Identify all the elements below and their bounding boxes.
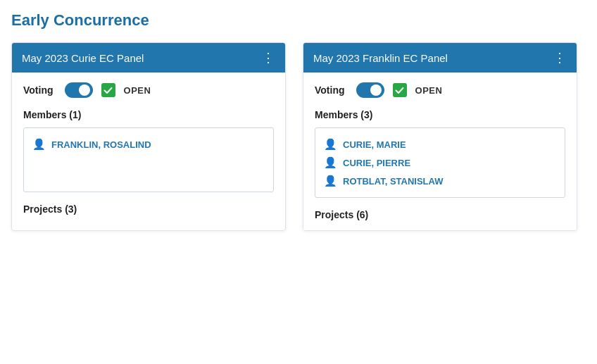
members-title-franklin: Members (3) bbox=[315, 109, 565, 120]
member-name: ROTBLAT, STANISLAW bbox=[343, 176, 444, 187]
panel-menu-icon-curie[interactable]: ⋮ bbox=[262, 51, 275, 64]
panel-body-curie: VotingOPENMembers (1)👤FRANKLIN, ROSALIND… bbox=[12, 73, 285, 225]
members-list-wrapper-curie: 👤FRANKLIN, ROSALIND bbox=[23, 127, 274, 192]
voting-label-franklin: Voting bbox=[315, 84, 345, 96]
open-label-curie: OPEN bbox=[124, 85, 151, 96]
panel-franklin: May 2023 Franklin EC Panel⋮VotingOPENMem… bbox=[303, 42, 577, 231]
members-title-curie: Members (1) bbox=[23, 109, 274, 120]
open-checkbox-franklin[interactable] bbox=[393, 83, 407, 97]
voting-toggle-franklin[interactable] bbox=[356, 82, 384, 98]
voting-toggle-curie[interactable] bbox=[65, 82, 93, 98]
list-item[interactable]: 👤CURIE, PIERRE bbox=[324, 153, 556, 172]
list-item[interactable]: 👤CURIE, MARIE bbox=[324, 135, 556, 153]
panel-curie: May 2023 Curie EC Panel⋮VotingOPENMember… bbox=[11, 42, 286, 231]
projects-label-curie: Projects (3) bbox=[23, 203, 274, 215]
voting-row-curie: VotingOPEN bbox=[23, 82, 274, 98]
person-icon: 👤 bbox=[324, 175, 337, 187]
panel-header-franklin: May 2023 Franklin EC Panel⋮ bbox=[303, 43, 577, 73]
members-list-franklin: 👤CURIE, MARIE👤CURIE, PIERRE👤ROTBLAT, STA… bbox=[315, 128, 565, 197]
panel-menu-icon-franklin[interactable]: ⋮ bbox=[553, 51, 567, 64]
list-item[interactable]: 👤FRANKLIN, ROSALIND bbox=[32, 135, 265, 153]
member-name: CURIE, MARIE bbox=[343, 139, 406, 150]
panel-header-curie: May 2023 Curie EC Panel⋮ bbox=[12, 43, 285, 73]
open-checkbox-curie[interactable] bbox=[101, 83, 115, 97]
list-item[interactable]: 👤ROTBLAT, STANISLAW bbox=[324, 172, 556, 190]
panel-body-franklin: VotingOPENMembers (3)👤CURIE, MARIE👤CURIE… bbox=[303, 73, 577, 230]
members-list-curie: 👤FRANKLIN, ROSALIND bbox=[24, 128, 273, 192]
projects-label-franklin: Projects (6) bbox=[315, 209, 565, 220]
person-icon: 👤 bbox=[32, 138, 46, 151]
voting-row-franklin: VotingOPEN bbox=[315, 82, 565, 98]
open-label-franklin: OPEN bbox=[415, 85, 443, 96]
voting-label-curie: Voting bbox=[23, 84, 54, 96]
page-title: Early Concurrence bbox=[11, 11, 586, 30]
members-list-wrapper-franklin: 👤CURIE, MARIE👤CURIE, PIERRE👤ROTBLAT, STA… bbox=[315, 127, 565, 198]
member-name: FRANKLIN, ROSALIND bbox=[51, 139, 151, 150]
panel-title-curie: May 2023 Curie EC Panel bbox=[22, 52, 144, 64]
panel-title-franklin: May 2023 Franklin EC Panel bbox=[313, 52, 448, 64]
panels-container: May 2023 Curie EC Panel⋮VotingOPENMember… bbox=[11, 42, 586, 231]
member-name: CURIE, PIERRE bbox=[343, 158, 410, 168]
person-icon: 👤 bbox=[324, 138, 337, 151]
person-icon: 👤 bbox=[324, 156, 337, 169]
